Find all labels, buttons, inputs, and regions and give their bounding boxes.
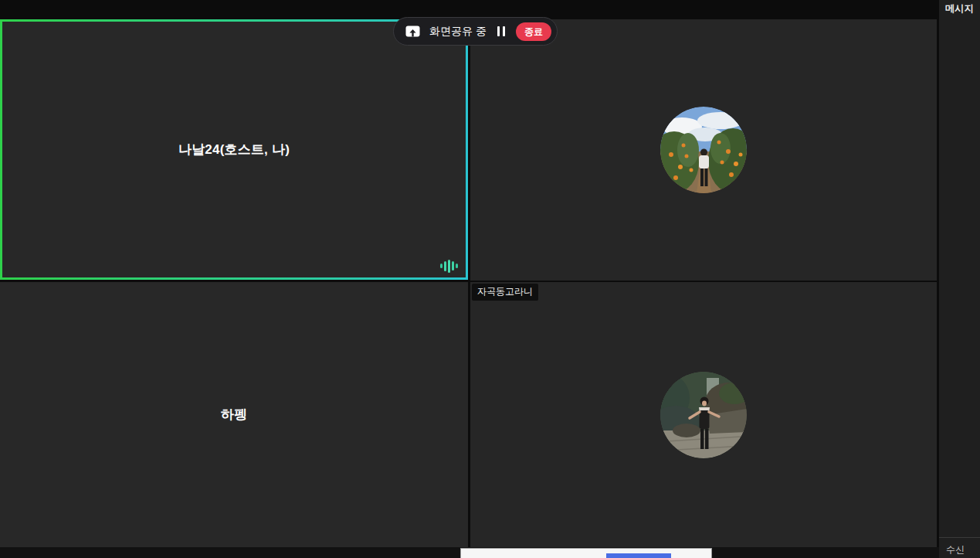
video-tile-participant-4[interactable]: 자곡동고라니	[470, 282, 937, 547]
avatar-pond	[660, 372, 747, 458]
participant-name-host: 나날24(호스트, 나)	[178, 141, 290, 158]
meeting-window: 나날24(호스트, 나)	[0, 0, 980, 558]
screen-share-icon	[405, 26, 420, 37]
chat-recipient-label: 수신	[939, 537, 980, 558]
avatar-orchard	[660, 107, 747, 193]
dialog-primary-button[interactable]	[606, 553, 671, 558]
video-tile-host-inner: 나날24(호스트, 나)	[2, 22, 466, 277]
video-tile-host[interactable]: 나날24(호스트, 나)	[0, 19, 468, 280]
chat-panel-title: 메시지	[939, 0, 980, 15]
video-tile-participant-2[interactable]	[470, 19, 937, 281]
video-tile-participant-3[interactable]: 하펭	[0, 282, 468, 547]
audio-waveform-icon	[440, 259, 458, 273]
end-share-button[interactable]: 종료	[516, 22, 551, 41]
participant-name-3: 하펭	[221, 406, 247, 424]
screen-share-control-pill[interactable]: 화면공유 중 종료	[393, 17, 558, 46]
bottom-dialog[interactable]	[460, 548, 712, 558]
share-status-label: 화면공유 중	[429, 25, 487, 39]
participant-name-4: 자곡동고라니	[472, 284, 538, 301]
chat-panel: 메시지 수신	[939, 0, 980, 558]
pause-share-button[interactable]	[496, 26, 507, 36]
